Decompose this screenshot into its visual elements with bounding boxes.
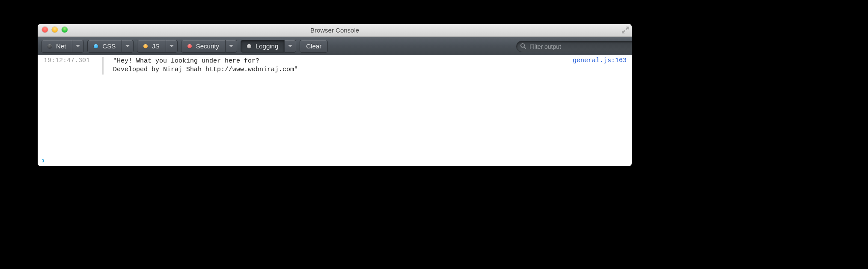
filter-label: Security	[196, 42, 219, 50]
svg-line-1	[524, 47, 526, 49]
filter-security-dropdown[interactable]	[226, 40, 237, 53]
clear-label: Clear	[306, 42, 321, 50]
window-controls	[42, 27, 68, 33]
filter-net-group: Net	[41, 40, 84, 53]
dot-icon	[94, 44, 98, 48]
filter-logging-group: Logging	[241, 40, 296, 53]
zoom-window-button[interactable]	[62, 27, 68, 33]
console-input[interactable]	[45, 157, 627, 164]
filter-js-button[interactable]: JS	[137, 40, 166, 53]
filter-security-group: Security	[181, 40, 237, 53]
browser-console-window: Browser Console Net CSS	[38, 24, 632, 166]
filter-css-dropdown[interactable]	[122, 40, 134, 53]
dot-icon	[247, 44, 251, 48]
log-timestamp: 19:12:47.301	[44, 57, 99, 64]
clear-button[interactable]: Clear	[300, 40, 328, 53]
filter-net-dropdown[interactable]	[72, 40, 84, 53]
dot-icon	[187, 44, 192, 48]
chevron-down-icon	[229, 45, 233, 47]
console-input-row: ››	[38, 154, 632, 166]
expand-icon[interactable]	[621, 26, 629, 34]
filter-label: Net	[56, 42, 66, 50]
chevron-down-icon	[76, 45, 80, 47]
log-entry: 19:12:47.301 "Hey! What you looking unde…	[38, 55, 632, 76]
filter-output-input[interactable]	[516, 41, 632, 52]
clear-group: Clear	[300, 40, 328, 53]
chevron-down-icon	[288, 45, 292, 47]
filter-css-button[interactable]: CSS	[87, 40, 122, 53]
log-separator	[102, 57, 104, 75]
toolbar: Net CSS JS	[38, 37, 632, 55]
log-source-link[interactable]: general.js:163	[568, 57, 627, 64]
titlebar: Browser Console	[38, 24, 632, 37]
minimize-window-button[interactable]	[52, 27, 58, 33]
chevron-down-icon	[125, 45, 130, 47]
log-message: "Hey! What you looking under here for? D…	[113, 57, 568, 75]
dot-icon	[48, 44, 52, 48]
filter-logging-dropdown[interactable]	[285, 40, 296, 53]
log-output: 19:12:47.301 "Hey! What you looking unde…	[38, 55, 632, 154]
filter-logging-button[interactable]: Logging	[241, 40, 285, 53]
window-title: Browser Console	[310, 27, 359, 34]
dot-icon	[143, 44, 148, 48]
filter-label: CSS	[102, 42, 116, 50]
filter-js-group: JS	[137, 40, 178, 53]
filter-css-group: CSS	[87, 40, 134, 53]
filter-label: Logging	[256, 42, 278, 50]
search-icon	[520, 43, 526, 49]
filter-label: JS	[152, 42, 160, 50]
filter-js-dropdown[interactable]	[166, 40, 178, 53]
chevron-down-icon	[169, 45, 174, 47]
filter-security-button[interactable]: Security	[181, 40, 226, 53]
filter-output-field	[516, 41, 628, 51]
close-window-button[interactable]	[42, 27, 48, 33]
filter-net-button[interactable]: Net	[41, 40, 72, 53]
